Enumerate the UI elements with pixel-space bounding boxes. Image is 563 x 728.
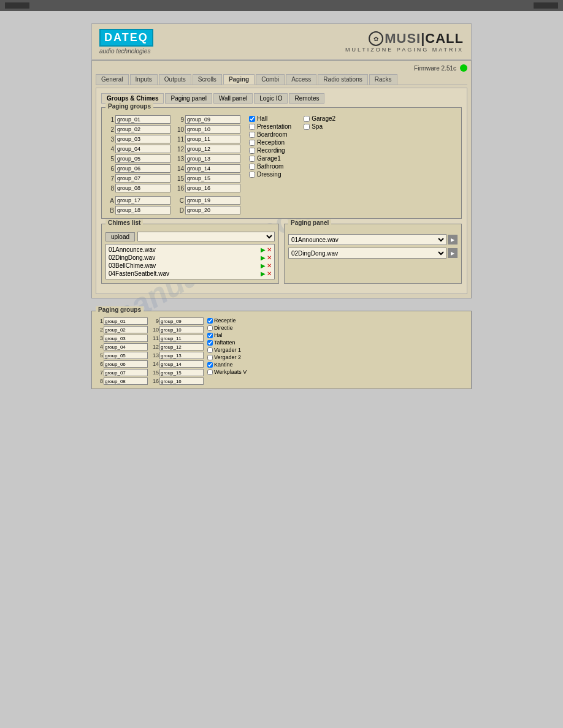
small-group-input[interactable]	[159, 369, 204, 376]
group-input[interactable]	[185, 135, 240, 143]
checkbox-row: Dressing	[249, 171, 291, 178]
panel-play2[interactable]: ▶	[448, 248, 458, 258]
small-group-input[interactable]	[159, 326, 204, 333]
group-input[interactable]	[185, 154, 240, 163]
subtab-remotes[interactable]: Remotes	[289, 93, 324, 104]
checkboxes-col1: HallPresentationBoardroomReceptionRecord…	[249, 115, 291, 178]
small-checkbox[interactable]	[207, 318, 213, 324]
chime-del-btn[interactable]: ✕	[267, 270, 272, 277]
small-group-input[interactable]	[159, 352, 204, 359]
group-input[interactable]	[185, 184, 240, 192]
header: DATEQ audio technologies ✿ MUSI|CALL Mul…	[91, 23, 472, 60]
small-checkbox[interactable]	[207, 333, 213, 338]
subtab-wall-panel[interactable]: Wall panel	[213, 93, 253, 104]
tab-radio[interactable]: Radio stations	[318, 74, 367, 85]
checkbox-label: Garage1	[257, 155, 281, 162]
extra-group-input[interactable]	[115, 206, 170, 214]
checkbox[interactable]	[304, 116, 310, 122]
group-num: 12	[175, 146, 184, 153]
small-group-input[interactable]	[104, 317, 148, 325]
extra-group-input[interactable]	[115, 196, 170, 205]
group-input[interactable]	[185, 174, 240, 183]
checkbox[interactable]	[249, 116, 255, 122]
upload-button[interactable]: upload	[105, 232, 135, 241]
tab-access[interactable]: Access	[286, 74, 316, 85]
group-num: 4	[105, 146, 114, 153]
chime-del-btn[interactable]: ✕	[267, 254, 272, 261]
tab-paging[interactable]: Paging	[223, 74, 255, 85]
subtab-logic-io[interactable]: Logic IO	[254, 93, 288, 104]
small-group-input[interactable]	[104, 352, 148, 359]
small-checkbox[interactable]	[207, 340, 213, 346]
group-num: 3	[105, 136, 114, 143]
group-input[interactable]	[185, 164, 240, 173]
chime-play-btn[interactable]: ▶	[261, 262, 266, 269]
small-group-input[interactable]	[104, 369, 148, 376]
checkbox[interactable]	[249, 132, 255, 138]
checkbox[interactable]	[304, 124, 310, 130]
small-group-input[interactable]	[104, 335, 148, 342]
extra-group-input[interactable]	[185, 196, 240, 205]
second-checkboxes: ReceptieDirectieHalTaftattenVergader 1Ve…	[207, 317, 247, 385]
group-input[interactable]	[115, 145, 170, 153]
checkbox[interactable]	[249, 164, 255, 170]
extra-group-input[interactable]	[185, 206, 240, 214]
small-checkbox[interactable]	[207, 355, 213, 360]
chime-play-btn[interactable]: ▶	[261, 246, 266, 253]
small-checkbox[interactable]	[207, 325, 213, 331]
group-num: 14	[175, 165, 184, 172]
checkboxes-double: HallPresentationBoardroomReceptionRecord…	[249, 115, 335, 178]
tab-inputs[interactable]: Inputs	[130, 74, 158, 85]
extra-groups-right: CD	[175, 196, 240, 214]
tab-scrolls[interactable]: Scrolls	[193, 74, 222, 85]
checkbox[interactable]	[249, 148, 255, 154]
bottom-sections: Chimes list upload 01Announce.wav▶✕02Din…	[101, 224, 462, 289]
chime-del-btn[interactable]: ✕	[267, 262, 272, 269]
small-group-input[interactable]	[159, 343, 204, 351]
small-group-input[interactable]	[104, 326, 148, 333]
group-input[interactable]	[115, 135, 170, 143]
firmware-bar: Firmware 2.51c	[96, 64, 467, 72]
small-checkbox[interactable]	[207, 347, 213, 353]
group-input[interactable]	[115, 174, 170, 183]
subtab-paging-panel[interactable]: Paging panel	[165, 93, 212, 104]
tab-general[interactable]: General	[96, 74, 129, 85]
extra-group-num: D	[175, 207, 184, 214]
group-input[interactable]	[185, 145, 240, 153]
small-group-input[interactable]	[104, 377, 148, 385]
small-group-input[interactable]	[159, 335, 204, 342]
tab-outputs[interactable]: Outputs	[159, 74, 191, 85]
small-group-input[interactable]	[159, 317, 204, 325]
checkbox[interactable]	[249, 140, 255, 146]
second-section-title: Paging groups	[96, 306, 144, 313]
subtab-groups-chimes[interactable]: Groups & Chimes	[101, 93, 164, 104]
checkbox[interactable]	[249, 156, 255, 162]
chime-play-btn[interactable]: ▶	[261, 254, 266, 261]
group-input[interactable]	[115, 184, 170, 192]
chime-play-btn[interactable]: ▶	[261, 270, 266, 277]
group-input[interactable]	[115, 125, 170, 134]
panel-dropdown1[interactable]: 01Announce.wav	[288, 234, 446, 245]
group-num: 11	[175, 136, 184, 143]
chime-del-btn[interactable]: ✕	[267, 246, 272, 253]
panel-play1[interactable]: ▶	[448, 235, 458, 245]
group-input[interactable]	[115, 164, 170, 173]
panel-dropdown2[interactable]: 02DingDong.wav	[288, 248, 446, 259]
group-input[interactable]	[185, 125, 240, 134]
group-input[interactable]	[185, 115, 240, 124]
group-input[interactable]	[115, 154, 170, 163]
small-group-input[interactable]	[104, 360, 148, 368]
chimes-dropdown[interactable]	[137, 232, 275, 241]
tab-racks[interactable]: Racks	[369, 74, 397, 85]
tab-combi[interactable]: Combi	[256, 74, 285, 85]
checkbox[interactable]	[249, 172, 255, 178]
small-checkbox[interactable]	[207, 362, 213, 368]
content-area: Groups & Chimes Paging panel Wall panel …	[96, 88, 467, 294]
group-input[interactable]	[115, 115, 170, 124]
small-group-input[interactable]	[104, 343, 148, 351]
small-group-input[interactable]	[159, 377, 204, 385]
main-container: DATEQ audio technologies ✿ MUSI|CALL Mul…	[91, 23, 472, 298]
small-checkbox[interactable]	[207, 370, 213, 375]
checkbox[interactable]	[249, 124, 255, 130]
small-group-input[interactable]	[159, 360, 204, 368]
